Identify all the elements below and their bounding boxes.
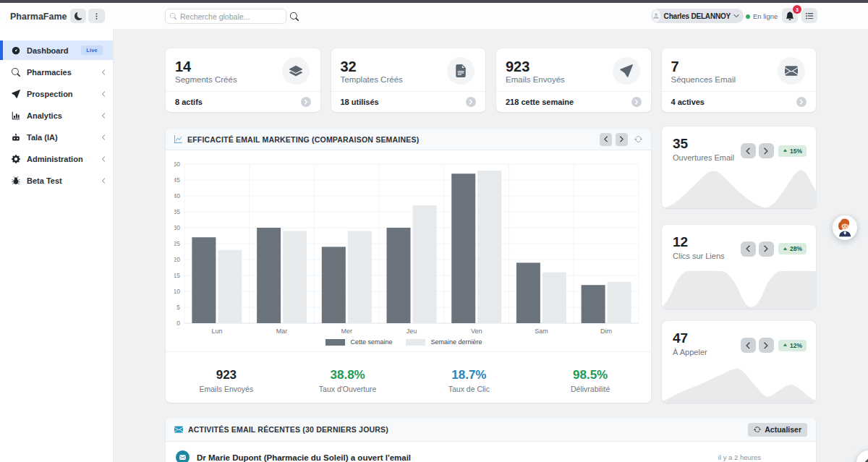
sidebar-item-pharmacies[interactable]: Pharmacies xyxy=(0,62,113,82)
sidebar-item-label: Dashboard xyxy=(27,46,68,55)
search-icon xyxy=(290,12,299,21)
chart-stat-label: Emails Envoyés xyxy=(166,385,287,393)
stat-card-footer: 8 actifs xyxy=(166,91,320,112)
assistant-avatar-button[interactable] xyxy=(833,215,857,240)
kpi-label: À Appeler xyxy=(673,348,707,356)
svg-text:45: 45 xyxy=(174,176,180,184)
chart-prev-button[interactable] xyxy=(600,133,612,146)
compose-fab-button[interactable] xyxy=(856,450,868,462)
svg-text:0: 0 xyxy=(176,320,180,327)
kpi-next-button[interactable] xyxy=(759,143,774,158)
kpi-next-button[interactable] xyxy=(759,241,774,257)
kpi-prev-button[interactable] xyxy=(741,241,756,257)
refresh-activities-label: Actualiser xyxy=(765,425,801,434)
send-icon xyxy=(12,90,20,98)
online-status-dot xyxy=(746,14,750,19)
moon-icon xyxy=(75,12,82,20)
speedometer-icon xyxy=(12,46,20,55)
theme-toggle-button[interactable] xyxy=(70,9,86,23)
arrow-right-circle-icon[interactable] xyxy=(796,97,807,107)
svg-text:Lun: Lun xyxy=(211,328,222,335)
chart-card-title: Efficacité Email Marketing (comparaison … xyxy=(187,135,419,144)
chevron-left-icon xyxy=(101,178,106,184)
activity-row[interactable]: Dr Marie Dupont (Pharmacie du Soleil) a … xyxy=(166,442,816,462)
live-badge: Live xyxy=(81,46,103,55)
user-menu[interactable]: Charles DELANNOY xyxy=(651,9,744,23)
recent-activities-card: Activités Email Récentes (30 derniers jo… xyxy=(166,418,816,462)
brand-logo: PharmaFame xyxy=(10,12,67,22)
arrow-right-circle-icon[interactable] xyxy=(301,97,311,107)
search-input[interactable] xyxy=(180,12,281,21)
refresh-activities-button[interactable]: Actualiser xyxy=(748,423,807,437)
sidebar-options-button[interactable] xyxy=(88,9,105,23)
chart-stat-value: 18.7% xyxy=(409,368,530,382)
activity-text: Dr Marie Dupont (Pharmacie du Soleil) a … xyxy=(197,453,411,462)
chart-refresh-icon[interactable] xyxy=(634,135,642,143)
chart-next-button[interactable] xyxy=(616,133,628,146)
search-submit-button[interactable] xyxy=(288,10,301,23)
sidebar-item-tala-ia[interactable]: Tala (IA) xyxy=(0,127,113,147)
kpi-delta-badge: 28% xyxy=(778,243,807,254)
kpi-sparkline xyxy=(662,267,816,309)
sidebar-item-dashboard[interactable]: DashboardLive xyxy=(0,40,113,60)
activity-list-button[interactable] xyxy=(801,8,817,23)
legend-swatch xyxy=(406,339,425,346)
stat-card-footer: 4 actives xyxy=(662,91,817,112)
refresh-icon xyxy=(754,426,761,433)
email-marketing-chart-card: Efficacité Email Marketing (comparaison … xyxy=(166,129,651,403)
sidebar-item-prospection[interactable]: Prospection xyxy=(0,84,113,103)
kpi-delta-badge: 15% xyxy=(778,145,807,157)
sidebar-item-beta-test[interactable]: Beta Test xyxy=(0,171,113,190)
app-window: PharmaFame Charles DELANNOY En ligne xyxy=(0,0,868,462)
stat-card-footer: 18 utilisés xyxy=(331,91,486,112)
stat-footer-text: 4 actives xyxy=(671,98,705,106)
search-icon xyxy=(170,13,176,20)
chevron-left-icon xyxy=(101,91,106,97)
send-big-icon xyxy=(613,57,640,85)
svg-text:Sam: Sam xyxy=(535,328,548,335)
kpi-prev-button[interactable] xyxy=(741,143,756,158)
svg-text:5: 5 xyxy=(176,304,180,311)
chevron-left-icon xyxy=(101,134,106,140)
topbar: PharmaFame Charles DELANNOY En ligne xyxy=(0,3,868,29)
pencil-icon xyxy=(862,456,868,462)
stat-value: 7 xyxy=(671,59,679,75)
kpi-value: 35 xyxy=(673,136,688,152)
arrow-right-circle-icon[interactable] xyxy=(631,97,642,107)
global-search-box xyxy=(165,9,286,24)
sidebar-item-label: Prospection xyxy=(27,90,73,98)
kpi-sparkline xyxy=(662,166,816,208)
kpi-next-button[interactable] xyxy=(759,338,774,353)
chart-card-header: Efficacité Email Marketing (comparaison … xyxy=(166,129,651,150)
svg-text:40: 40 xyxy=(174,192,180,200)
user-avatar xyxy=(652,10,660,22)
kebab-menu-icon xyxy=(93,12,101,20)
search-icon xyxy=(12,68,20,77)
stat-label: Séquences Email xyxy=(671,75,736,84)
chevron-down-icon xyxy=(733,13,739,19)
kpi-prev-button[interactable] xyxy=(741,338,756,353)
arrow-right-circle-icon[interactable] xyxy=(466,97,476,107)
chart-legend: Cette semaineSemaine dernière xyxy=(166,338,651,346)
sidebar-item-analytics[interactable]: Analytics xyxy=(0,106,113,125)
gear-icon xyxy=(12,155,20,163)
chevron-left-icon xyxy=(101,69,106,75)
stat-card-s-quences-email: 7Séquences Email4 actives xyxy=(662,48,817,112)
svg-text:30: 30 xyxy=(174,224,180,231)
chevron-left-icon xyxy=(101,113,106,119)
user-name: Charles DELANNOY xyxy=(664,12,731,20)
sidebar-item-administration[interactable]: Administration xyxy=(0,149,113,168)
bug-icon xyxy=(12,176,20,185)
bar-chart-icon xyxy=(12,111,20,120)
activity-avatar xyxy=(176,450,190,462)
svg-text:20: 20 xyxy=(174,256,180,263)
svg-text:Mer: Mer xyxy=(341,328,353,335)
kpi-controls: 15% xyxy=(741,143,807,158)
bell-icon xyxy=(786,12,794,20)
chart-summary-stats: 923Emails Envoyés38.8%Taux d'Ouverture18… xyxy=(166,351,651,403)
kpi-value: 47 xyxy=(673,330,688,346)
stat-label: Templates Créés xyxy=(341,75,403,84)
assistant-woman-icon xyxy=(835,218,855,238)
online-status-label: En ligne xyxy=(753,12,778,20)
stat-card-segments-cr-s: 14Segments Créés8 actifs xyxy=(166,48,320,112)
